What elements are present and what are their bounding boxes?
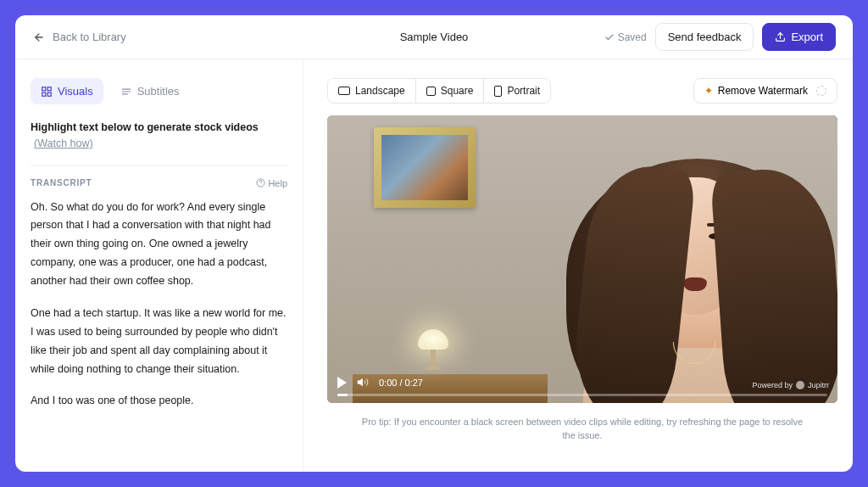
aspect-landscape-button[interactable]: Landscape bbox=[328, 79, 416, 103]
aspect-portrait-button[interactable]: Portrait bbox=[484, 79, 550, 103]
right-panel: Landscape Square Portrait ✦ Remove Water… bbox=[303, 59, 853, 472]
aspect-portrait-label: Portrait bbox=[507, 85, 540, 97]
aspect-ratio-group: Landscape Square Portrait bbox=[327, 78, 551, 104]
tab-subtitles[interactable]: Subtitles bbox=[110, 78, 190, 104]
remove-watermark-button[interactable]: ✦ Remove Watermark bbox=[693, 78, 837, 104]
divider bbox=[31, 165, 287, 166]
transcript-heading: TRANSCRIPT bbox=[31, 178, 92, 188]
transcript-body[interactable]: Oh. So what do you do for work? And ever… bbox=[31, 199, 287, 425]
check-icon bbox=[604, 32, 615, 42]
landscape-icon bbox=[338, 87, 350, 95]
tab-visuals-label: Visuals bbox=[58, 85, 93, 98]
instruction-text: Highlight text below to generate stock v… bbox=[31, 120, 287, 152]
export-icon bbox=[775, 31, 786, 42]
help-link[interactable]: Help bbox=[256, 178, 287, 188]
video-player-bar: 0:00 / 0:27 bbox=[327, 368, 837, 403]
sparkle-icon: ✦ bbox=[704, 85, 713, 97]
left-panel: Visuals Subtitles Highlight text below t… bbox=[15, 59, 303, 472]
arrow-left-icon bbox=[32, 31, 46, 44]
send-feedback-button[interactable]: Send feedback bbox=[655, 23, 754, 51]
subtitles-icon bbox=[120, 86, 132, 98]
transcript-header: TRANSCRIPT Help bbox=[31, 178, 287, 188]
remove-watermark-label: Remove Watermark bbox=[718, 85, 808, 97]
loading-circle-icon bbox=[816, 86, 826, 96]
video-preview[interactable]: Powered by Jupitrr 0:00 / 0:27 bbox=[327, 115, 837, 403]
svg-rect-3 bbox=[47, 87, 51, 90]
tab-visuals[interactable]: Visuals bbox=[31, 78, 103, 104]
export-button[interactable]: Export bbox=[762, 23, 836, 51]
back-label: Back to Library bbox=[53, 31, 126, 43]
header-right-group: Saved Send feedback Export bbox=[604, 23, 836, 51]
preview-toolbar: Landscape Square Portrait ✦ Remove Water… bbox=[327, 78, 837, 104]
play-button[interactable] bbox=[337, 377, 347, 389]
pro-tip-text: Pro tip: If you encounter a black screen… bbox=[327, 415, 837, 443]
header-bar: Back to Library Sample Video Saved Send … bbox=[15, 15, 853, 59]
svg-rect-4 bbox=[42, 92, 46, 96]
transcript-paragraph[interactable]: Oh. So what do you do for work? And ever… bbox=[31, 199, 287, 291]
progress-fill bbox=[337, 394, 348, 396]
svg-rect-5 bbox=[47, 92, 51, 96]
back-to-library-link[interactable]: Back to Library bbox=[32, 31, 126, 44]
grid-icon bbox=[41, 86, 53, 98]
svg-marker-11 bbox=[358, 379, 362, 386]
player-controls: 0:00 / 0:27 bbox=[337, 377, 827, 389]
saved-indicator: Saved bbox=[604, 31, 647, 43]
page-title: Sample Video bbox=[400, 31, 469, 43]
portrait-icon bbox=[494, 86, 502, 97]
saved-label: Saved bbox=[618, 31, 647, 43]
transcript-paragraph[interactable]: And I too was one of those people. bbox=[31, 392, 287, 411]
aspect-square-label: Square bbox=[441, 85, 474, 97]
aspect-square-button[interactable]: Square bbox=[416, 79, 485, 103]
tab-subtitles-label: Subtitles bbox=[137, 85, 180, 98]
aspect-landscape-label: Landscape bbox=[355, 85, 405, 97]
video-scene-painting bbox=[374, 127, 476, 208]
transcript-paragraph[interactable]: One had a tech startup. It was like a ne… bbox=[31, 305, 287, 379]
help-icon bbox=[256, 178, 265, 188]
help-label: Help bbox=[268, 178, 287, 188]
main-area: Visuals Subtitles Highlight text below t… bbox=[15, 59, 853, 472]
square-icon bbox=[426, 87, 436, 96]
instruction-main: Highlight text below to generate stock v… bbox=[31, 121, 259, 133]
app-window: Back to Library Sample Video Saved Send … bbox=[15, 15, 853, 472]
progress-bar[interactable] bbox=[337, 394, 827, 396]
video-scene-person bbox=[541, 132, 837, 403]
volume-button[interactable] bbox=[357, 377, 369, 389]
transcript-tabs: Visuals Subtitles bbox=[31, 78, 287, 104]
watch-how-link[interactable]: (Watch how) bbox=[34, 137, 93, 149]
time-display: 0:00 / 0:27 bbox=[379, 378, 423, 388]
export-label: Export bbox=[791, 31, 823, 43]
svg-rect-2 bbox=[42, 87, 46, 90]
